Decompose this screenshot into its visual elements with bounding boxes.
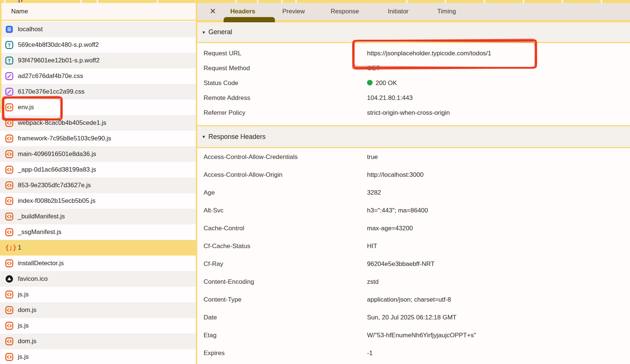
panel-divider[interactable] [196,0,197,364]
clipped-column-gap [445,0,446,3]
collapse-triangle-icon: ▼ [202,30,206,35]
clipped-column-gap [601,0,602,3]
script-icon [5,134,13,143]
clipped-icon-fragment [19,0,20,3]
request-name: localhost [18,22,43,37]
header-label: Cf-Cache-Status [204,238,250,254]
request-name: js.js [18,318,29,334]
request-name: 853-9e2305dfc7d3627e.js [18,178,91,193]
font-icon: T [5,41,13,49]
request-row-localhost[interactable]: localhost [0,22,196,37]
clipped-icon-fragment [21,0,22,2]
script-icon [5,166,13,174]
request-details-panel: × HeadersPreviewResponseInitiatorTiming … [197,3,630,364]
tab-response[interactable]: Response [331,3,359,20]
request-name: framework-7c95b8e5103c9e90.js [18,131,111,146]
header-value: -1 [367,345,373,361]
header-label: Age [204,185,215,201]
request-row-_buildManifest.js[interactable]: _buildManifest.js [0,209,196,224]
header-value: true [367,149,378,165]
header-row-expires: Expires-1 [197,345,630,361]
header-label: Status Code [204,75,238,91]
header-row-cf-ray: Cf-Ray96204e5e3bbaebff-NRT [197,256,630,272]
section-title-response: Response Headers [208,133,266,141]
clipped-column-gap [80,0,82,3]
request-row-_app-0d1ac66d38199a83.js[interactable]: _app-0d1ac66d38199a83.js [0,162,196,178]
section-title-general: General [208,28,232,36]
request-row-main-4096916501e8da36.js[interactable]: main-4096916501e8da36.js [0,146,196,162]
clipped-column-gap [484,0,485,3]
tab-preview[interactable]: Preview [282,3,305,20]
request-row-dom.js[interactable]: dom.js [0,334,196,349]
header-row-age: Age3282 [197,185,630,201]
script-icon [5,197,13,205]
close-icon[interactable]: × [207,3,219,20]
request-row-dom.js[interactable]: dom.js [0,302,196,318]
script-icon [5,322,13,330]
request-row-_ssgManifest.js[interactable]: _ssgManifest.js [0,224,196,240]
script-icon [5,103,13,111]
clipped-column-gap [406,0,407,3]
section-header-response[interactable]: ▼ Response Headers [197,125,630,148]
header-value: http://localhost:3000 [367,167,423,183]
tab-initiator[interactable]: Initiator [388,3,409,20]
request-row-index-f008b2b15ecb5b05.js[interactable]: index-f008b2b15ecb5b05.js [0,193,196,209]
request-name: 6170e376e1cc2a99.css [18,84,85,100]
request-row-js.js[interactable]: js.js [0,287,196,302]
document-icon [5,25,13,33]
request-row-env.js[interactable]: env.js [0,100,196,115]
header-value: GET [367,61,380,76]
script-icon [5,337,13,345]
header-label: Expires [204,345,225,361]
header-row-content-type: Content-Typeapplication/json; charset=ut… [197,292,630,308]
header-row-etag: EtagW/"53-hfEnumeNh6YirfjyjaujcOPPT+s" [197,328,630,343]
favicon-icon [5,275,13,283]
header-value: 3282 [367,185,381,201]
details-tab-bar: × HeadersPreviewResponseInitiatorTiming [197,3,630,22]
script-icon [5,212,13,221]
header-label: Cf-Ray [204,256,223,272]
request-row-js.js[interactable]: js.js [0,349,196,364]
request-name: favicon.ico [18,271,48,287]
header-label: Request URL [204,46,241,61]
header-label: Alt-Svc [204,203,224,218]
header-row-referrer policy: Referrer Policystrict-origin-when-cross-… [197,105,630,121]
section-header-general[interactable]: ▼ General [197,22,630,43]
request-row-569ce4b8f30dc480-s.p.woff2[interactable]: T569ce4b8f30dc480-s.p.woff2 [0,37,196,53]
header-label: Referrer Policy [204,105,245,121]
tab-timing[interactable]: Timing [437,3,456,20]
request-row-853-9e2305dfc7d3627e.js[interactable]: 853-9e2305dfc7d3627e.js [0,178,196,193]
header-label: Content-Encoding [204,274,254,290]
clipped-column-gap [523,0,524,3]
header-row-cache-control: Cache-Controlmax-age=43200 [197,221,630,236]
header-value: HIT [367,238,377,254]
request-row-framework-7c95b8e5103c9e90.js[interactable]: framework-7c95b8e5103c9e90.js [0,131,196,146]
request-row-webpack-8cac0b4b405cede1.js[interactable]: webpack-8cac0b4b405cede1.js [0,115,196,131]
header-value: 104.21.80.1:443 [367,90,413,106]
header-label: Date [204,310,217,325]
request-row-6170e376e1cc2a99.css[interactable]: 6170e376e1cc2a99.css [0,84,196,100]
request-row-favicon.ico[interactable]: favicon.ico [0,271,196,287]
clipped-column-gap [281,0,283,3]
header-value: Sun, 20 Jul 2025 06:12:18 GMT [367,310,457,325]
request-row-installDetector.js[interactable]: installDetector.js [0,256,196,271]
requests-list-panel: Name localhostT569ce4b8f30dc480-s.p.woff… [0,3,196,364]
header-label: Access-Control-Allow-Origin [204,167,283,183]
request-row-js.js[interactable]: js.js [0,318,196,334]
request-row-1[interactable]: {;}1 [0,240,196,256]
header-row-date: DateSun, 20 Jul 2025 06:12:18 GMT [197,310,630,325]
collapse-triangle-icon: ▼ [202,134,206,139]
stylesheet-icon [5,88,13,96]
name-column-header[interactable]: Name [0,3,196,21]
request-name: dom.js [18,334,36,349]
request-row-ad27c676daf4b70e.css[interactable]: ad27c676daf4b70e.css [0,68,196,84]
header-row-request url: Request URLhttps://jsonplaceholder.typic… [197,46,630,61]
clipped-column-gap [97,0,98,3]
header-label: Content-Type [204,292,241,308]
request-row-93f479601ee12b01-s.p.woff2[interactable]: T93f479601ee12b01-s.p.woff2 [0,53,196,68]
clipped-column-gap [257,0,259,3]
request-name: webpack-8cac0b4b405cede1.js [18,115,106,131]
header-value: application/json; charset=utf-8 [367,292,451,308]
header-label: Etag [204,328,217,343]
svg-text:T: T [8,58,11,64]
